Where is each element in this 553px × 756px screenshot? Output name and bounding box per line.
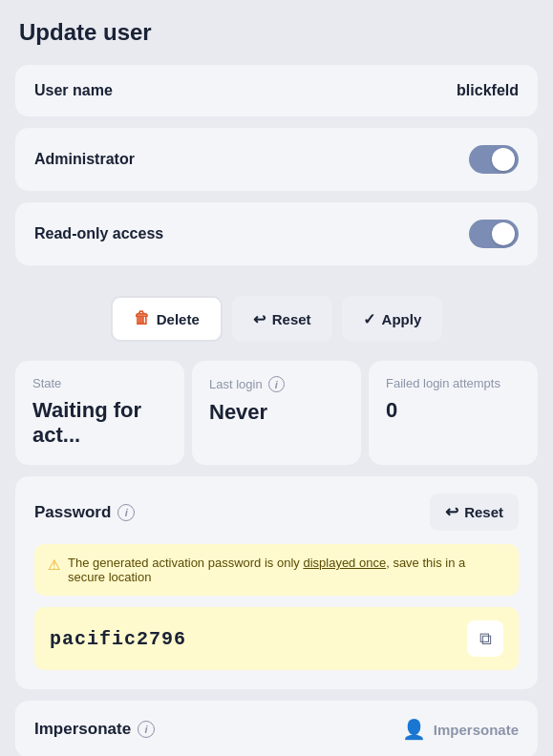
impersonate-help-icon[interactable]: i — [138, 721, 155, 738]
last-login-card: Last login i Never — [192, 361, 361, 465]
state-label: State — [32, 376, 61, 390]
administrator-row: Administrator — [15, 128, 538, 191]
failed-login-label-container: Failed login attempts — [386, 376, 521, 390]
username-card: User name blickfeld — [15, 65, 538, 116]
last-login-label-container: Last login i — [209, 376, 344, 392]
toggle-thumb — [492, 148, 515, 171]
password-title-text: Password — [34, 503, 111, 522]
impersonate-section: Impersonate i 👤 Impersonate — [15, 701, 538, 756]
apply-button[interactable]: ✓ Apply — [342, 296, 443, 342]
warning-link: displayed once — [303, 556, 386, 570]
impersonate-title: Impersonate i — [34, 720, 155, 739]
password-reset-arrow-icon: ↩ — [445, 502, 458, 522]
password-header: Password i ↩ Reset — [34, 494, 519, 531]
failed-login-value: 0 — [386, 398, 521, 423]
warning-content: The generated activation password is onl… — [68, 556, 505, 584]
toggle-track — [469, 145, 519, 174]
last-login-info-icon[interactable]: i — [268, 376, 285, 392]
impersonate-button[interactable]: 👤 Impersonate — [402, 718, 519, 741]
username-value: blickfeld — [457, 82, 519, 99]
state-value: Waiting for act... — [32, 398, 167, 448]
password-reset-button[interactable]: ↩ Reset — [430, 494, 519, 531]
undo-icon: ↩ — [253, 310, 266, 328]
check-icon: ✓ — [363, 310, 375, 328]
password-help-icon[interactable]: i — [117, 504, 135, 521]
username-label: User name — [34, 82, 113, 99]
impersonate-title-text: Impersonate — [34, 720, 131, 739]
administrator-card: Administrator — [15, 128, 538, 191]
state-label-container: State — [32, 376, 167, 390]
state-card: State Waiting for act... — [15, 361, 184, 465]
password-reset-label: Reset — [464, 504, 503, 520]
readonly-toggle[interactable] — [469, 220, 519, 248]
reset-button[interactable]: ↩ Reset — [232, 296, 332, 342]
warning-text-before: The generated activation password is onl… — [68, 556, 303, 570]
copy-icon: ⧉ — [479, 629, 492, 649]
impersonate-button-label: Impersonate — [434, 722, 519, 738]
stats-row: State Waiting for act... Last login i Ne… — [15, 361, 538, 465]
failed-login-card: Failed login attempts 0 — [369, 361, 538, 465]
action-buttons: 🗑 Delete ↩ Reset ✓ Apply — [15, 277, 538, 361]
failed-login-label: Failed login attempts — [386, 376, 500, 390]
reset-label: Reset — [272, 311, 311, 327]
password-section: Password i ↩ Reset ⚠ The generated activ… — [15, 476, 538, 689]
person-icon: 👤 — [402, 718, 426, 741]
password-warning: ⚠ The generated activation password is o… — [34, 544, 519, 596]
apply-label: Apply — [382, 311, 422, 327]
page-title: Update user — [15, 19, 538, 46]
readonly-row: Read-only access — [15, 202, 538, 265]
delete-button[interactable]: 🗑 Delete — [111, 296, 223, 342]
password-title: Password i — [34, 503, 135, 522]
administrator-toggle[interactable] — [469, 145, 519, 174]
delete-label: Delete — [157, 311, 200, 327]
last-login-label: Last login — [209, 377, 263, 391]
trash-icon: 🗑 — [134, 309, 150, 328]
readonly-label: Read-only access — [34, 225, 163, 242]
copy-password-button[interactable]: ⧉ — [467, 620, 503, 657]
toggle-track-readonly — [469, 220, 519, 248]
toggle-thumb-readonly — [492, 222, 515, 245]
readonly-card: Read-only access — [15, 202, 538, 265]
administrator-label: Administrator — [34, 151, 135, 168]
password-value: pacific2796 — [50, 628, 186, 650]
username-row: User name blickfeld — [15, 65, 538, 116]
last-login-value: Never — [209, 400, 344, 425]
warning-icon: ⚠ — [48, 556, 60, 574]
password-display: pacific2796 ⧉ — [34, 607, 519, 670]
